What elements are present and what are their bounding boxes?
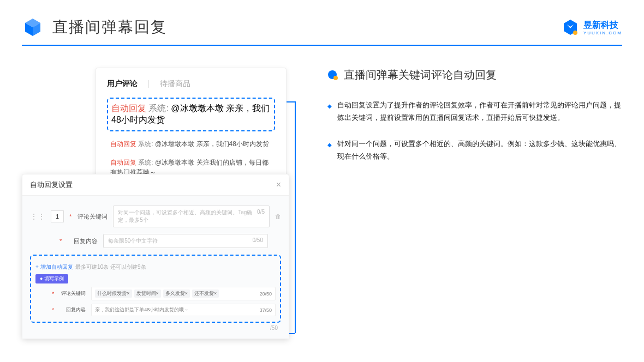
tag[interactable]: 发货时间× bbox=[134, 289, 161, 298]
content-input[interactable]: 每条限50个中文字符 0/50 bbox=[103, 234, 268, 248]
required-icon: * bbox=[59, 238, 62, 244]
diamond-icon: ◆ bbox=[327, 101, 332, 124]
system-label: 系统: bbox=[138, 159, 155, 166]
system-label: 系统: bbox=[138, 140, 155, 148]
system-label: 系统: bbox=[148, 104, 171, 113]
required-icon: * bbox=[69, 213, 71, 220]
settings-header: 自动回复设置 × bbox=[22, 174, 289, 196]
keyword-label: 评论关键词 bbox=[77, 213, 108, 221]
trash-icon[interactable]: 🗑 bbox=[275, 213, 281, 220]
bullet-text: 针对同一个问题，可设置多个相近的、高频的关键词。例如：这款多少钱、这块能优惠吗、… bbox=[337, 137, 622, 163]
highlighted-comment: 自动回复 系统: @冰墩墩本墩 亲亲，我们48小时内发货 bbox=[107, 98, 275, 131]
comment-row: 自动回复 系统: @冰墩墩本墩 亲亲，我们48小时内发货 bbox=[107, 135, 275, 153]
tag[interactable]: 还不发货× bbox=[192, 289, 219, 298]
bullet-item: ◆ 自动回复设置为了提升作者的评论回复效率，作者可在开播前针对常见的评论用户问题… bbox=[327, 99, 622, 124]
counter: 37/50 bbox=[259, 307, 272, 313]
form-row-keyword: ⋮⋮ 1 * 评论关键词 对同一个问题，可设置多个相近、高频的关键词。Tag确定… bbox=[30, 206, 281, 227]
example-content-input[interactable]: 亲，我们这边都是下单48小时内发货的哦～ 37/50 bbox=[91, 304, 276, 316]
example-badge: ● 填写示例 bbox=[35, 274, 68, 283]
required-icon: * bbox=[52, 291, 54, 297]
connector-line bbox=[287, 101, 295, 102]
bubble-icon bbox=[327, 70, 338, 81]
settings-title: 自动回复设置 bbox=[30, 180, 73, 190]
required-icon: * bbox=[52, 307, 54, 313]
tab-comments[interactable]: 用户评论 bbox=[107, 79, 138, 89]
section-title: 直播间弹幕关键词评论自动回复 bbox=[344, 68, 497, 82]
close-icon[interactable]: × bbox=[276, 180, 281, 190]
svg-point-2 bbox=[333, 76, 338, 80]
diamond-icon: ◆ bbox=[327, 140, 332, 163]
comment-card: 用户评论 待播商品 自动回复 系统: @冰墩墩本墩 亲亲，我们48小时内发货 自… bbox=[96, 68, 287, 189]
counter: 0/50 bbox=[253, 237, 263, 245]
page-title: 直播间弹幕回复 bbox=[52, 17, 167, 38]
ex-kw-label: 评论关键词 bbox=[59, 290, 86, 297]
content-label: 回复内容 bbox=[67, 237, 98, 245]
keyword-input[interactable]: 对同一个问题，可设置多个相近、高频的关键词。Tag确定，最多5个 0/5 bbox=[113, 206, 270, 227]
settings-card: 自动回复设置 × ⋮⋮ 1 * 评论关键词 对同一个问题，可设置多个相近、高频的… bbox=[22, 174, 289, 339]
brand-text-block: 昱新科技 YUUXIN.COM bbox=[583, 20, 622, 35]
auto-reply-badge: 自动回复 bbox=[110, 140, 136, 148]
index-box: 1 bbox=[51, 210, 64, 222]
add-rule-link[interactable]: + 增加自动回复 bbox=[35, 264, 73, 270]
tab-products[interactable]: 待播商品 bbox=[160, 79, 190, 89]
ex-ct-label: 回复内容 bbox=[59, 306, 86, 313]
tab-divider bbox=[148, 80, 149, 88]
cube-icon bbox=[22, 16, 44, 38]
example-keyword-input[interactable]: 什么时候发货× 发货时间× 多久发货× 还不发货× 20/50 bbox=[91, 287, 276, 300]
header-left: 直播间弹幕回复 bbox=[22, 16, 167, 38]
slide-header: 直播间弹幕回复 昱新科技 YUUXIN.COM bbox=[0, 0, 644, 38]
section-header: 直播间弹幕关键词评论自动回复 bbox=[327, 68, 622, 82]
left-panel: 用户评论 待播商品 自动回复 系统: @冰墩墩本墩 亲亲，我们48小时内发货 自… bbox=[22, 68, 295, 189]
auto-reply-badge: 自动回复 bbox=[110, 159, 136, 166]
placeholder: 对同一个问题，可设置多个相近、高频的关键词。Tag确定，最多5个 bbox=[118, 209, 257, 224]
main-content: 用户评论 待播商品 自动回复 系统: @冰墩墩本墩 亲亲，我们48小时内发货 自… bbox=[0, 46, 644, 189]
tag[interactable]: 什么时候发货× bbox=[95, 289, 132, 298]
settings-body: ⋮⋮ 1 * 评论关键词 对同一个问题，可设置多个相近、高频的关键词。Tag确定… bbox=[22, 196, 289, 339]
counter: 20/50 bbox=[259, 291, 272, 297]
tag-group: 什么时候发货× 发货时间× 多久发货× 还不发货× bbox=[95, 289, 219, 298]
outer-counter: /50 bbox=[30, 325, 281, 331]
bullet-text: 自动回复设置为了提升作者的评论回复效率，作者可在开播前针对常见的评论用户问题，提… bbox=[337, 99, 622, 124]
brand-logo-icon bbox=[562, 19, 579, 36]
drag-icon[interactable]: ⋮⋮ bbox=[30, 212, 45, 221]
brand: 昱新科技 YUUXIN.COM bbox=[562, 19, 622, 36]
auto-reply-badge: 自动回复 bbox=[111, 104, 146, 113]
connector-line bbox=[295, 101, 296, 333]
placeholder: 每条限50个中文字符 bbox=[108, 237, 158, 245]
tabs: 用户评论 待播商品 bbox=[107, 79, 275, 89]
brand-name: 昱新科技 bbox=[583, 20, 622, 31]
example-highlight: + 增加自动回复 最多可建10条 还可以创建9条 ● 填写示例 * 评论关键词 … bbox=[30, 255, 281, 323]
comment-text: @冰墩墩本墩 亲亲，我们48小时内发货 bbox=[155, 140, 269, 148]
example-keyword-row: * 评论关键词 什么时候发货× 发货时间× 多久发货× 还不发货× 20/50 bbox=[35, 287, 276, 300]
brand-url: YUUXIN.COM bbox=[583, 31, 622, 35]
example-content-row: * 回复内容 亲，我们这边都是下单48小时内发货的哦～ 37/50 bbox=[35, 304, 276, 316]
counter: 0/5 bbox=[257, 209, 265, 224]
right-panel: 直播间弹幕关键词评论自动回复 ◆ 自动回复设置为了提升作者的评论回复效率，作者可… bbox=[327, 68, 622, 189]
add-hint: 最多可建10条 还可以创建9条 bbox=[75, 264, 146, 270]
svg-point-0 bbox=[573, 31, 577, 35]
tag[interactable]: 多久发货× bbox=[163, 289, 190, 298]
ex-content-text: 亲，我们这边都是下单48小时内发货的哦～ bbox=[95, 306, 189, 313]
bullet-item: ◆ 针对同一个问题，可设置多个相近的、高频的关键词。例如：这款多少钱、这块能优惠… bbox=[327, 137, 622, 163]
form-row-content: * 回复内容 每条限50个中文字符 0/50 bbox=[30, 234, 281, 248]
